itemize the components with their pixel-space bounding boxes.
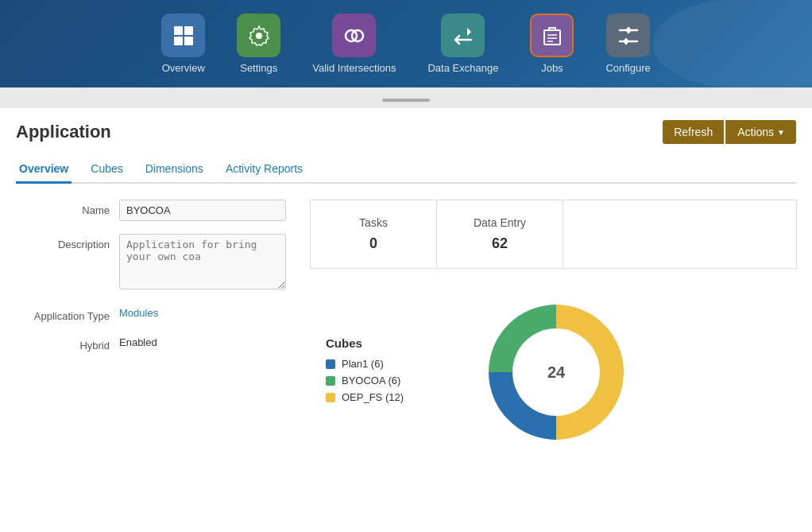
- tab-cubes[interactable]: Cubes: [87, 156, 126, 184]
- legend-item-plan1: Plan1 (6): [326, 358, 453, 370]
- data-entry-label: Data Entry: [461, 216, 539, 229]
- hybrid-label: Hybrid: [16, 335, 119, 351]
- tab-overview[interactable]: Overview: [16, 156, 72, 184]
- legend-dot-oep: [326, 393, 335, 402]
- name-row: Name: [16, 200, 286, 221]
- nav-jobs-label: Jobs: [541, 62, 563, 74]
- nav-overview-label: Overview: [162, 62, 205, 74]
- legend-item-oep: OEP_FS (12): [326, 391, 453, 403]
- legend-dot-plan1: [326, 359, 335, 369]
- app-type-text[interactable]: Modules: [119, 302, 158, 319]
- tab-dimensions[interactable]: Dimensions: [142, 156, 207, 184]
- chart-title: Cubes: [326, 336, 453, 350]
- form-section: Name Description Application Type Module…: [16, 200, 286, 460]
- nav-item-settings[interactable]: Settings: [225, 7, 292, 80]
- overview-icon: [161, 14, 205, 57]
- svg-rect-7: [544, 30, 560, 45]
- jobs-icon: [530, 14, 574, 57]
- stats-row: Tasks 0 Data Entry 62: [310, 200, 796, 269]
- donut-total: 24: [547, 363, 565, 382]
- scroll-bar: [382, 99, 430, 102]
- content-grid: Name Description Application Type Module…: [16, 200, 796, 460]
- svg-point-11: [626, 28, 631, 33]
- svg-rect-1: [184, 26, 193, 35]
- top-navigation: Overview Settings Valid Intersections: [0, 0, 812, 87]
- legend-label-plan1: Plan1 (6): [342, 358, 384, 370]
- tab-activity-reports[interactable]: Activity Reports: [222, 156, 306, 184]
- data-entry-value: 62: [461, 235, 539, 252]
- stat-card-empty: [563, 200, 797, 269]
- chart-legend: Cubes Plan1 (6) BYOCOA (6) OEP_FS (12): [326, 336, 453, 408]
- legend-label-oep: OEP_FS (12): [342, 391, 404, 403]
- valid-intersections-icon: [332, 14, 376, 57]
- legend-dot-byocoa: [326, 376, 335, 386]
- right-section: Tasks 0 Data Entry 62 Cubes Plan1 (6): [310, 200, 796, 460]
- tab-bar: Overview Cubes Dimensions Activity Repor…: [16, 156, 796, 184]
- nav-intersections-label: Valid Intersections: [312, 62, 396, 74]
- tasks-label: Tasks: [334, 216, 412, 229]
- app-type-row: Application Type Modules: [16, 305, 286, 322]
- tasks-value: 0: [334, 235, 412, 252]
- main-content: Application Refresh Actions Overview Cub…: [0, 108, 812, 532]
- chart-section: Cubes Plan1 (6) BYOCOA (6) OEP_FS (12): [310, 285, 796, 460]
- svg-rect-2: [174, 37, 183, 45]
- app-type-label: Application Type: [16, 305, 119, 322]
- configure-icon: [606, 14, 650, 57]
- nav-items-container: Overview Settings Valid Intersections: [16, 7, 796, 80]
- svg-point-4: [256, 33, 262, 39]
- page-title: Application: [16, 122, 111, 142]
- nav-item-configure[interactable]: Configure: [594, 7, 662, 80]
- nav-configure-label: Configure: [605, 62, 650, 74]
- donut-chart: 24: [469, 285, 644, 460]
- description-textarea[interactable]: [119, 234, 286, 289]
- hybrid-text: Enabled: [119, 332, 157, 348]
- name-value: [119, 200, 286, 221]
- nav-settings-label: Settings: [240, 62, 277, 74]
- name-input[interactable]: [119, 200, 286, 221]
- description-row: Description: [16, 234, 286, 293]
- description-value: [119, 234, 286, 293]
- name-label: Name: [16, 200, 119, 216]
- stat-card-tasks: Tasks 0: [310, 200, 437, 269]
- app-type-value: Modules: [119, 305, 286, 320]
- svg-rect-0: [174, 26, 183, 35]
- refresh-button[interactable]: Refresh: [663, 120, 724, 144]
- svg-rect-3: [184, 37, 193, 45]
- actions-button[interactable]: Actions: [725, 120, 796, 144]
- description-label: Description: [16, 234, 119, 250]
- scroll-indicator: [0, 87, 812, 108]
- legend-item-byocoa: BYOCOA (6): [326, 375, 453, 386]
- header-actions: Refresh Actions: [663, 120, 796, 144]
- nav-item-jobs[interactable]: Jobs: [518, 7, 586, 80]
- nav-item-valid-intersections[interactable]: Valid Intersections: [300, 7, 408, 80]
- data-exchange-icon: [441, 14, 485, 57]
- nav-exchange-label: Data Exchange: [427, 62, 498, 74]
- stat-card-data-entry: Data Entry 62: [436, 200, 563, 269]
- page-header: Application Refresh Actions: [16, 120, 796, 144]
- nav-item-data-exchange[interactable]: Data Exchange: [416, 7, 510, 80]
- svg-point-12: [624, 39, 628, 44]
- legend-label-byocoa: BYOCOA (6): [342, 375, 400, 386]
- settings-icon: [237, 14, 280, 57]
- hybrid-row: Hybrid Enabled: [16, 335, 286, 351]
- hybrid-value: Enabled: [119, 335, 286, 349]
- nav-item-overview[interactable]: Overview: [149, 7, 217, 80]
